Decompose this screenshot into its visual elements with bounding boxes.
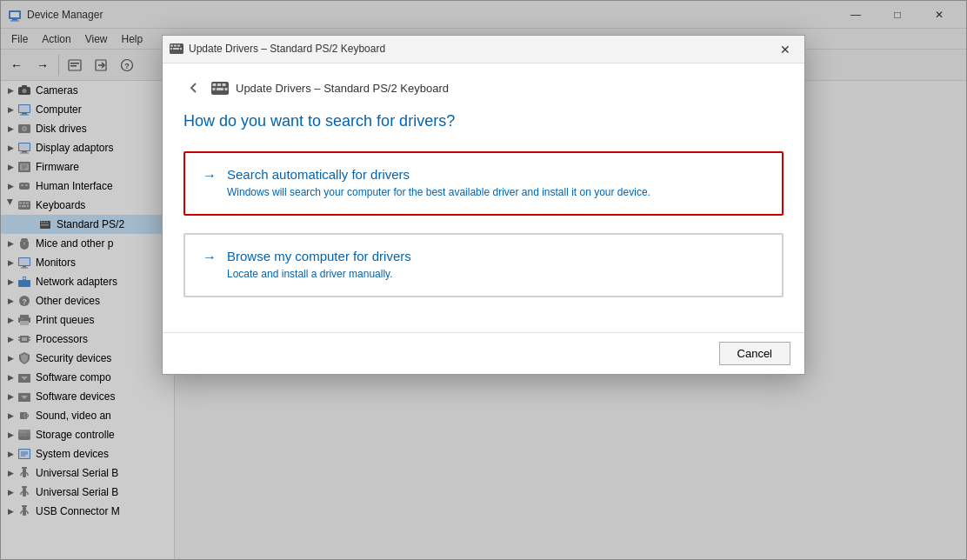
svg-rect-112 bbox=[213, 88, 216, 90]
svg-rect-110 bbox=[217, 83, 221, 86]
search-auto-desc: Windows will search your computer for th… bbox=[227, 185, 764, 200]
dialog-overlay: Update Drivers – Standard PS/2 Keyboard … bbox=[0, 0, 967, 560]
svg-rect-104 bbox=[177, 44, 180, 46]
browse-manual-option[interactable]: → Browse my computer for drivers Locate … bbox=[183, 233, 784, 297]
dialog-title-icon bbox=[170, 43, 183, 54]
svg-rect-114 bbox=[225, 88, 228, 90]
browse-manual-text: Browse my computer for drivers Locate an… bbox=[227, 249, 764, 282]
browse-manual-desc: Locate and install a driver manually. bbox=[227, 267, 764, 282]
search-auto-text: Search automatically for drivers Windows… bbox=[227, 167, 764, 200]
nav-keyboard-icon bbox=[211, 82, 229, 95]
svg-rect-102 bbox=[170, 44, 173, 46]
dialog-footer: Cancel bbox=[163, 332, 804, 374]
svg-rect-103 bbox=[174, 44, 177, 46]
search-auto-arrow: → bbox=[203, 168, 217, 183]
svg-rect-105 bbox=[170, 48, 172, 50]
dialog-close-button[interactable]: ✕ bbox=[773, 39, 797, 60]
search-auto-title: Search automatically for drivers bbox=[227, 167, 764, 182]
svg-rect-109 bbox=[213, 83, 217, 86]
dialog-content-area: Update Drivers – Standard PS/2 Keyboard … bbox=[163, 63, 804, 332]
svg-rect-111 bbox=[223, 83, 226, 86]
search-auto-option[interactable]: → Search automatically for drivers Windo… bbox=[183, 151, 784, 216]
dialog-title-bar: Update Drivers – Standard PS/2 Keyboard … bbox=[163, 36, 804, 63]
update-drivers-dialog: Update Drivers – Standard PS/2 Keyboard … bbox=[162, 35, 805, 375]
cancel-button[interactable]: Cancel bbox=[719, 342, 790, 365]
svg-rect-107 bbox=[180, 48, 182, 50]
svg-rect-106 bbox=[173, 48, 179, 50]
dialog-nav-row: Update Drivers – Standard PS/2 Keyboard bbox=[183, 77, 784, 98]
browse-manual-arrow: → bbox=[203, 250, 217, 265]
dialog-title: Update Drivers – Standard PS/2 Keyboard bbox=[170, 43, 773, 57]
dialog-nav-title: Update Drivers – Standard PS/2 Keyboard bbox=[211, 82, 449, 95]
dialog-heading: How do you want to search for drivers? bbox=[183, 112, 784, 130]
dialog-back-button[interactable] bbox=[183, 77, 204, 98]
svg-rect-113 bbox=[217, 88, 223, 90]
browse-manual-title: Browse my computer for drivers bbox=[227, 249, 764, 263]
